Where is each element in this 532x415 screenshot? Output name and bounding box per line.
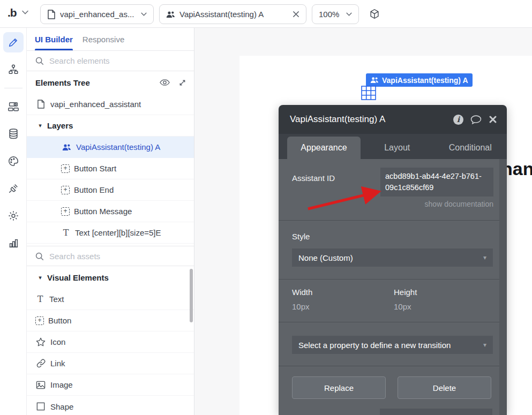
zoom-chevron-down-icon — [346, 12, 352, 16]
selected-element-label: VapiAssistant(testing) A — [382, 76, 468, 85]
replace-button[interactable]: Replace — [292, 376, 386, 399]
annotation-arrow — [295, 182, 391, 215]
editor-canvas[interactable]: hanced VapiAssistant(testing) A VapiAssi… — [194, 28, 532, 415]
page-selector-dropdown[interactable]: vapi_enhanced_as... — [40, 4, 154, 24]
caret-down-icon[interactable]: ▾ — [36, 274, 44, 281]
tree-item-label: Text [center][b][size=5]E — [75, 228, 161, 237]
asset-item-label: Link — [50, 359, 65, 368]
asset-item-link[interactable]: Link — [27, 353, 194, 374]
search-icon — [35, 252, 44, 261]
rail-workflow-sitemap-icon[interactable] — [3, 59, 24, 80]
comment-icon[interactable] — [470, 115, 482, 124]
zoom-dropdown[interactable]: 100% — [312, 4, 359, 24]
tree-item-vapiassistant[interactable]: VapiAssistant(testing) A — [27, 137, 194, 158]
page-file-icon — [47, 10, 56, 19]
elements-tree-title: Elements Tree — [35, 78, 151, 87]
tree-item-label: Button Message — [74, 207, 132, 216]
rail-styles-palette-icon[interactable] — [3, 151, 24, 171]
element-tab[interactable]: VapiAssistant(testing) A — [159, 4, 306, 24]
height-value: 10px — [394, 302, 411, 311]
tree-group-layers[interactable]: ▾ Layers — [27, 115, 194, 137]
element-tab-close-icon[interactable] — [293, 11, 299, 18]
show-documentation-link[interactable]: show documentation — [380, 200, 493, 208]
tree-item-label: VapiAssistant(testing) A — [76, 142, 160, 152]
panel-tabs: UI Builder Responsive — [27, 28, 194, 51]
tab-layout[interactable]: Layout — [361, 137, 434, 159]
search-icon — [35, 56, 44, 65]
asset-item-label: Button — [48, 316, 71, 325]
asset-item-label: Text — [49, 295, 64, 304]
logo-chevron-down-icon[interactable] — [22, 10, 28, 14]
panel-scrollbar[interactable] — [190, 269, 193, 322]
text-element-icon: T — [35, 294, 45, 304]
tree-item-button-start[interactable]: + Button Start — [27, 158, 194, 179]
search-assets-bar — [27, 246, 194, 266]
transition-dropdown[interactable]: Select a property to define a new transi… — [292, 336, 493, 354]
search-assets-input[interactable] — [49, 252, 173, 261]
button-element-icon: + — [61, 186, 70, 194]
navigation-rail — [0, 28, 27, 415]
rail-backend-icon[interactable] — [3, 96, 24, 117]
tree-root-page[interactable]: vapi_enhanced_assistant — [27, 94, 194, 115]
visual-elements-label: Visual Elements — [47, 273, 109, 282]
users-icon — [370, 77, 379, 84]
caret-down-icon[interactable]: ▾ — [36, 122, 44, 129]
button-element-icon: + — [61, 207, 70, 216]
width-label: Width — [292, 288, 312, 297]
tab-ui-builder-label: UI Builder — [35, 35, 73, 44]
rail-plugins-plug-icon[interactable] — [3, 178, 24, 199]
tree-root-label: vapi_enhanced_assistant — [50, 100, 141, 109]
text-element-icon: T — [61, 228, 71, 238]
component-library-cube-icon[interactable] — [369, 8, 380, 20]
tree-item-button-end[interactable]: + Button End — [27, 179, 194, 201]
section-divider — [279, 366, 499, 366]
property-editor-header[interactable]: VapiAssistant(testing) A i — [279, 105, 507, 134]
tree-item-button-message[interactable]: + Button Message — [27, 201, 194, 222]
info-icon[interactable]: i — [453, 115, 463, 125]
table-grid-icon[interactable] — [361, 86, 376, 100]
rail-design-pencil-icon[interactable] — [3, 32, 24, 52]
asset-item-icon[interactable]: Icon — [27, 331, 194, 353]
search-elements-input[interactable] — [49, 56, 173, 65]
button-element-icon: + — [61, 164, 70, 173]
selected-element-tag[interactable]: VapiAssistant(testing) A — [366, 73, 473, 87]
rail-divider — [4, 88, 23, 88]
property-editor-tabs: Appearance Layout Conditional — [279, 134, 507, 159]
tree-item-text[interactable]: T Text [center][b][size=5]E — [27, 222, 194, 244]
ui-builder-panel: UI Builder Responsive Elements Tree vapi… — [27, 28, 194, 415]
rail-settings-gear-icon[interactable] — [3, 206, 24, 226]
eye-icon[interactable] — [160, 79, 170, 86]
property-editor: VapiAssistant(testing) A i Appearance La… — [279, 105, 507, 415]
asset-item-text[interactable]: T Text — [27, 289, 194, 310]
asset-item-label: Image — [50, 380, 73, 389]
property-editor-scrollbar[interactable] — [499, 159, 507, 415]
close-icon[interactable] — [489, 115, 497, 124]
asset-item-button[interactable]: + Button — [27, 310, 194, 331]
tab-appearance[interactable]: Appearance — [287, 137, 361, 159]
bubble-logo[interactable]: .b — [8, 6, 17, 19]
property-editor-title: VapiAssistant(testing) A — [290, 114, 446, 125]
expand-icon[interactable] — [178, 79, 186, 87]
element-tab-label: VapiAssistant(testing) A — [179, 10, 288, 19]
width-value: 10px — [292, 302, 310, 311]
visual-elements-group[interactable]: ▾ Visual Elements — [27, 266, 194, 289]
button-element-icon: + — [35, 316, 44, 325]
style-label: Style — [292, 232, 310, 241]
tree-item-label: Button Start — [74, 164, 116, 173]
tab-ui-builder[interactable]: UI Builder — [35, 28, 73, 50]
partial-field[interactable] — [380, 409, 492, 415]
rail-logs-chart-icon[interactable] — [3, 233, 24, 253]
asset-item-shape[interactable]: Shape — [27, 396, 194, 415]
section-divider — [279, 322, 499, 322]
delete-button[interactable]: Delete — [398, 376, 491, 399]
users-icon — [61, 144, 72, 151]
link-icon — [35, 359, 46, 368]
tab-active-underline — [35, 49, 73, 50]
page-selector-chevron-down-icon — [141, 12, 147, 16]
asset-item-image[interactable]: Image — [27, 374, 194, 396]
assistant-id-input[interactable]: acbd89b1-ab44-4e27-b761-09c1c856cf69 — [380, 168, 493, 197]
tab-responsive[interactable]: Responsive — [83, 35, 124, 44]
rail-database-icon[interactable] — [3, 124, 24, 144]
tab-conditional[interactable]: Conditional — [434, 137, 507, 159]
style-dropdown[interactable]: None (Custom) ▾ — [292, 248, 493, 267]
